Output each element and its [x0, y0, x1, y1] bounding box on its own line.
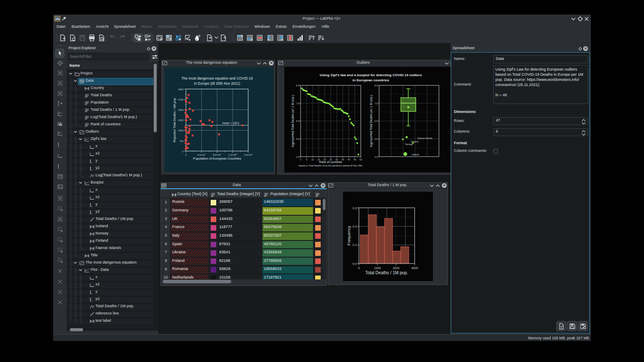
svg-text:log(reported Total Deaths per: log(reported Total Deaths per 1 M pop.) — [370, 95, 373, 147]
svg-text:Reported Total Deaths / 1M pop: Reported Total Deaths / 1M pop. — [173, 98, 176, 142]
svg-text:4.0×107: 4.0×107 — [197, 153, 206, 156]
svg-text:0: 0 — [358, 266, 360, 270]
svg-text:0: 0 — [182, 150, 183, 153]
svg-text:Iceland: Iceland — [412, 153, 419, 156]
svg-text:0: 0 — [185, 154, 187, 156]
svg-text:5.5: 5.5 — [375, 138, 378, 140]
svg-text:50: 50 — [359, 158, 362, 161]
svg-text:1.2×108: 1.2×108 — [228, 153, 237, 156]
svg-text:mean = 1821: mean = 1821 — [222, 122, 239, 125]
svg-text:4.5: 4.5 — [375, 156, 378, 158]
svg-text:750: 750 — [179, 140, 183, 142]
svg-text:0.0: 0.0 — [352, 262, 357, 266]
svg-text:The most dangerous equation an: The most dangerous equation and COVID-19 — [182, 76, 253, 80]
svg-text:5: 5 — [306, 158, 307, 161]
svg-text:3000: 3000 — [393, 266, 400, 270]
svg-text:45: 45 — [353, 158, 356, 161]
svg-text:10: 10 — [311, 158, 314, 161]
svg-text:4500: 4500 — [411, 266, 418, 270]
svg-text:0.2: 0.2 — [352, 225, 357, 228]
svg-text:in European countries: in European countries — [352, 78, 389, 82]
svg-text:8.5: 8.5 — [296, 84, 299, 87]
svg-text:8.5: 8.5 — [375, 84, 378, 87]
svg-text:40: 40 — [347, 158, 350, 161]
svg-text:0: 0 — [300, 158, 301, 161]
svg-text:Norway: Norway — [405, 143, 413, 145]
svg-text:0.3: 0.3 — [352, 206, 357, 210]
svg-text:in Europe (till 25th Nov 2021): in Europe (till 25th Nov 2021) — [194, 81, 240, 86]
svg-text:6.5: 6.5 — [375, 120, 378, 122]
svg-text:3000: 3000 — [178, 109, 183, 111]
svg-text:Population of European Countri: Population of European Countries — [193, 157, 242, 160]
svg-text:Frequency: Frequency — [346, 226, 351, 245]
svg-text:Rank of countries: Rank of countries — [319, 160, 342, 163]
svg-text:4500: 4500 — [178, 88, 183, 91]
svg-text:6.5: 6.5 — [296, 120, 299, 122]
svg-text:Faeroe Islands: Faeroe Islands — [418, 137, 433, 139]
svg-text:Finland: Finland — [411, 140, 418, 143]
svg-text:5.5: 5.5 — [296, 138, 299, 140]
svg-text:2250: 2250 — [178, 119, 183, 122]
svg-text:1.6×108: 1.6×108 — [244, 153, 253, 156]
svg-text:1500: 1500 — [178, 129, 183, 132]
svg-text:Total Deaths / 1M pop.: Total Deaths / 1M pop. — [365, 270, 408, 275]
svg-text:4.5: 4.5 — [296, 156, 299, 158]
svg-text:log(reported Total Deaths per: log(reported Total Deaths per 1 M pop.) — [291, 95, 295, 147]
svg-text:3750: 3750 — [178, 98, 183, 101]
svg-text:Using Zipf's law and a boxplot: Using Zipf's law and a boxplot for detec… — [320, 73, 422, 77]
svg-text:7.5: 7.5 — [296, 102, 299, 105]
svg-text:0.1: 0.1 — [352, 243, 357, 247]
svg-text:1500: 1500 — [374, 266, 381, 270]
svg-text:based on Total Deaths since th: based on Total Deaths since the pandemic… — [298, 164, 362, 167]
svg-text:7.5: 7.5 — [375, 102, 378, 105]
svg-text:8.0×107: 8.0×107 — [213, 153, 221, 156]
